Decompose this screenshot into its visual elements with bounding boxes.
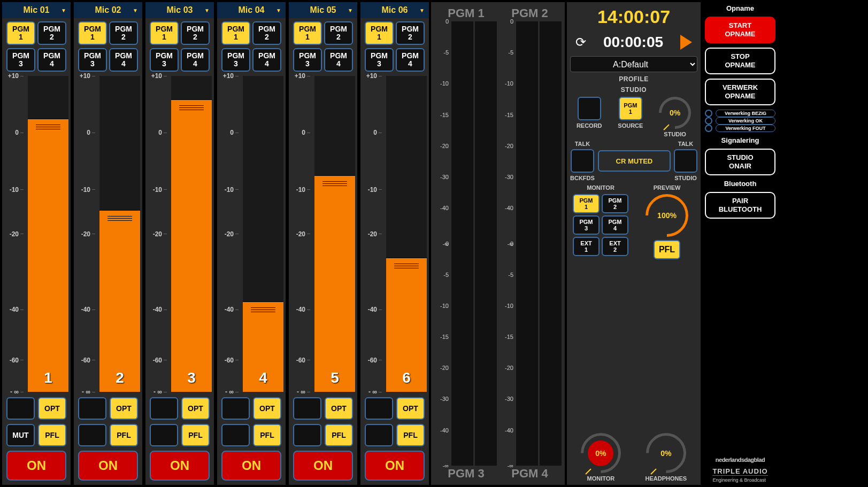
- monitor-knob[interactable]: 0%: [581, 433, 621, 473]
- fader-track[interactable]: 6: [386, 76, 427, 392]
- on-button[interactable]: ON: [150, 451, 210, 481]
- fader-cap[interactable]: [243, 302, 283, 318]
- monitor-src-button-1[interactable]: PGM2: [602, 194, 628, 213]
- talk-bckfds-button[interactable]: [571, 149, 594, 173]
- pgm3-button[interactable]: PGM3: [221, 48, 250, 72]
- pgm1-button[interactable]: PGM1: [221, 21, 250, 45]
- pgm2-button[interactable]: PGM2: [396, 21, 425, 45]
- channel-select[interactable]: Mic 05 ▼: [289, 2, 357, 18]
- opt-button[interactable]: OPT: [253, 397, 281, 420]
- profile-select[interactable]: A:Default: [570, 56, 697, 72]
- on-button[interactable]: ON: [6, 451, 66, 481]
- fader-track[interactable]: 2: [99, 76, 140, 392]
- pgm4-button[interactable]: PGM4: [324, 48, 353, 72]
- pfl-button[interactable]: PFL: [38, 424, 66, 446]
- fader-track[interactable]: 5: [314, 76, 355, 392]
- scale-tick: +10: [76, 72, 97, 80]
- pgm3-button[interactable]: PGM3: [6, 48, 35, 72]
- pgm3-button[interactable]: PGM3: [365, 48, 394, 72]
- fader-track[interactable]: 1: [28, 76, 68, 392]
- pgm1-button[interactable]: PGM1: [293, 21, 322, 45]
- opt-button[interactable]: OPT: [38, 397, 66, 420]
- pgm3-button[interactable]: PGM3: [293, 48, 322, 72]
- start-opname-button[interactable]: START OPNAME: [705, 17, 775, 43]
- pgm2-button[interactable]: PGM2: [109, 21, 138, 45]
- pgm1-button[interactable]: PGM1: [78, 21, 107, 45]
- pair-bluetooth-button[interactable]: PAIR BLUETOOTH: [705, 192, 775, 219]
- opt-button[interactable]: OPT: [396, 397, 425, 420]
- stop-opname-button[interactable]: STOP OPNAME: [705, 48, 775, 74]
- pfl-button[interactable]: PFL: [253, 424, 281, 446]
- studio-knob[interactable]: 0%: [659, 97, 691, 129]
- monitor-src-button-4[interactable]: EXT1: [573, 237, 600, 256]
- reload-icon[interactable]: ⟳: [575, 35, 586, 50]
- pgm1-button[interactable]: PGM1: [150, 21, 179, 45]
- pgm1-button[interactable]: PGM1: [6, 21, 35, 45]
- pgm2-button[interactable]: PGM2: [252, 21, 281, 45]
- fader-cap[interactable]: [28, 119, 68, 135]
- headphones-knob[interactable]: 0%: [646, 433, 686, 473]
- scale-tick: 0: [76, 129, 97, 136]
- scale-tick: -10: [76, 186, 97, 194]
- channel-name: Mic 02: [95, 5, 121, 15]
- pfl-button[interactable]: PFL: [181, 424, 210, 446]
- on-button[interactable]: ON: [293, 451, 353, 481]
- pfl-button[interactable]: PFL: [110, 424, 138, 446]
- channel-select[interactable]: Mic 03 ▼: [145, 2, 214, 18]
- meter-label-pgm4: PGM 4: [511, 467, 548, 481]
- chevron-down-icon: ▼: [348, 7, 353, 13]
- status-led-icon: [705, 110, 712, 117]
- fader-track[interactable]: 4: [243, 76, 283, 392]
- pgm3-button[interactable]: PGM3: [78, 48, 107, 72]
- preview-knob[interactable]: 100%: [646, 194, 688, 237]
- scale-tick: 0: [291, 129, 312, 136]
- on-button[interactable]: ON: [221, 451, 281, 481]
- channel-select[interactable]: Mic 01 ▼: [2, 2, 71, 18]
- pgm4-button[interactable]: PGM4: [37, 48, 66, 72]
- opt-button[interactable]: OPT: [181, 397, 210, 420]
- pfl-button[interactable]: PFL: [325, 424, 353, 446]
- fader-cap[interactable]: [386, 258, 427, 274]
- channel-select[interactable]: Mic 02 ▼: [74, 2, 142, 18]
- fader-cap[interactable]: [99, 210, 140, 226]
- monitor-src-button-2[interactable]: PGM3: [573, 215, 600, 235]
- play-icon[interactable]: [680, 35, 692, 50]
- monitor-src-button-3[interactable]: PGM4: [602, 215, 628, 235]
- pgm4-button[interactable]: PGM4: [252, 48, 281, 72]
- pgm1-button[interactable]: PGM1: [365, 21, 394, 45]
- studio-onair-button[interactable]: STUDIO ONAIR: [705, 149, 775, 175]
- talk-label-1: TALK: [575, 141, 590, 147]
- pgm3-button[interactable]: PGM3: [150, 48, 179, 72]
- channel-select[interactable]: Mic 04 ▼: [217, 2, 286, 18]
- on-button[interactable]: ON: [78, 451, 138, 481]
- source-pgm1-button[interactable]: PGM 1: [619, 97, 642, 120]
- mute-button[interactable]: MUT: [6, 424, 35, 446]
- pgm2-button[interactable]: PGM2: [324, 21, 353, 45]
- opt-button[interactable]: OPT: [110, 397, 138, 420]
- scale-tick: -40: [76, 306, 97, 313]
- talk-studio-button[interactable]: [674, 149, 697, 173]
- pgm4-button[interactable]: PGM4: [396, 48, 425, 72]
- on-button[interactable]: ON: [365, 451, 425, 481]
- fader-cap[interactable]: [171, 99, 212, 115]
- monitor-src-button-0[interactable]: PGM1: [573, 194, 600, 213]
- pgm4-button[interactable]: PGM4: [109, 48, 138, 72]
- monitor-src-button-5[interactable]: EXT2: [602, 237, 628, 256]
- channel-select[interactable]: Mic 06 ▼: [360, 2, 429, 18]
- pfl-button[interactable]: PFL: [396, 424, 425, 446]
- pgm4-button[interactable]: PGM4: [181, 48, 210, 72]
- channel-strip-4: Mic 04 ▼ PGM1 PGM2 PGM3 PGM4 +100-10-20-…: [217, 2, 286, 485]
- meter-bar-l: [516, 244, 538, 466]
- pgm2-button[interactable]: PGM2: [37, 21, 66, 45]
- scale-tick: -60: [76, 357, 97, 364]
- opt-button[interactable]: OPT: [325, 397, 353, 420]
- scale-tick: 0: [219, 129, 241, 136]
- scale-tick: -20: [76, 230, 97, 238]
- pgm2-button[interactable]: PGM2: [181, 21, 210, 45]
- fader-track[interactable]: 3: [171, 76, 212, 392]
- meter-label-pgm1: PGM 1: [448, 6, 484, 20]
- fader-cap[interactable]: [314, 175, 355, 191]
- verwerk-opname-button[interactable]: VERWERK OPNAME: [705, 79, 775, 105]
- record-button[interactable]: [578, 97, 601, 120]
- pfl-monitor-button[interactable]: PFL: [654, 240, 680, 259]
